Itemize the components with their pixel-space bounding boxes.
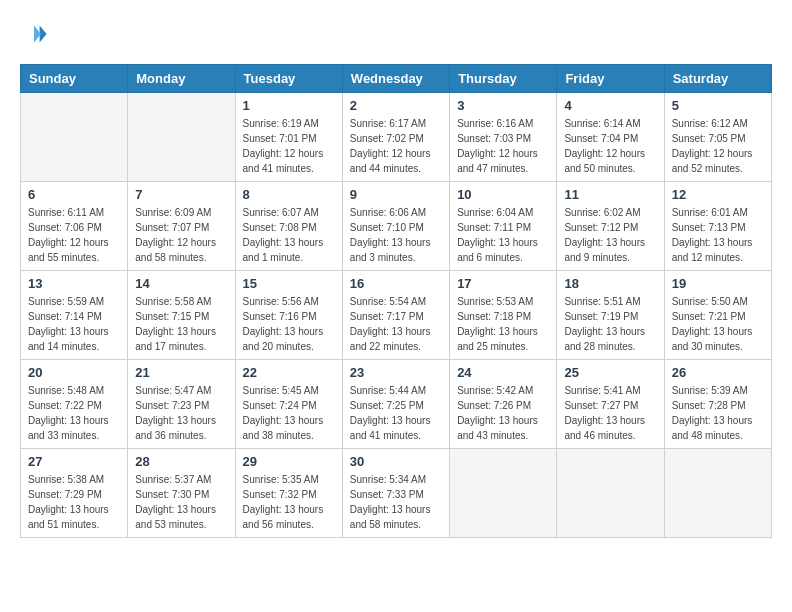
calendar-week-1: 1Sunrise: 6:19 AM Sunset: 7:01 PM Daylig… — [21, 93, 772, 182]
day-info: Sunrise: 6:01 AM Sunset: 7:13 PM Dayligh… — [672, 205, 764, 265]
calendar-cell-week2-day6: 11Sunrise: 6:02 AM Sunset: 7:12 PM Dayli… — [557, 182, 664, 271]
day-number: 23 — [350, 365, 442, 380]
calendar-cell-week1-day5: 3Sunrise: 6:16 AM Sunset: 7:03 PM Daylig… — [450, 93, 557, 182]
day-number: 16 — [350, 276, 442, 291]
day-info: Sunrise: 5:51 AM Sunset: 7:19 PM Dayligh… — [564, 294, 656, 354]
day-number: 11 — [564, 187, 656, 202]
day-info: Sunrise: 6:07 AM Sunset: 7:08 PM Dayligh… — [243, 205, 335, 265]
calendar-cell-week2-day7: 12Sunrise: 6:01 AM Sunset: 7:13 PM Dayli… — [664, 182, 771, 271]
calendar-week-3: 13Sunrise: 5:59 AM Sunset: 7:14 PM Dayli… — [21, 271, 772, 360]
day-info: Sunrise: 5:41 AM Sunset: 7:27 PM Dayligh… — [564, 383, 656, 443]
calendar-cell-week5-day6 — [557, 449, 664, 538]
day-number: 25 — [564, 365, 656, 380]
calendar-header-row: SundayMondayTuesdayWednesdayThursdayFrid… — [21, 65, 772, 93]
calendar-cell-week5-day4: 30Sunrise: 5:34 AM Sunset: 7:33 PM Dayli… — [342, 449, 449, 538]
calendar-cell-week4-day1: 20Sunrise: 5:48 AM Sunset: 7:22 PM Dayli… — [21, 360, 128, 449]
day-info: Sunrise: 5:39 AM Sunset: 7:28 PM Dayligh… — [672, 383, 764, 443]
calendar-cell-week1-day4: 2Sunrise: 6:17 AM Sunset: 7:02 PM Daylig… — [342, 93, 449, 182]
day-number: 28 — [135, 454, 227, 469]
day-info: Sunrise: 5:48 AM Sunset: 7:22 PM Dayligh… — [28, 383, 120, 443]
calendar-cell-week3-day4: 16Sunrise: 5:54 AM Sunset: 7:17 PM Dayli… — [342, 271, 449, 360]
calendar-cell-week1-day2 — [128, 93, 235, 182]
day-info: Sunrise: 5:47 AM Sunset: 7:23 PM Dayligh… — [135, 383, 227, 443]
day-info: Sunrise: 5:42 AM Sunset: 7:26 PM Dayligh… — [457, 383, 549, 443]
day-number: 21 — [135, 365, 227, 380]
day-info: Sunrise: 5:53 AM Sunset: 7:18 PM Dayligh… — [457, 294, 549, 354]
calendar-cell-week4-day7: 26Sunrise: 5:39 AM Sunset: 7:28 PM Dayli… — [664, 360, 771, 449]
calendar-cell-week3-day3: 15Sunrise: 5:56 AM Sunset: 7:16 PM Dayli… — [235, 271, 342, 360]
day-number: 7 — [135, 187, 227, 202]
calendar-cell-week3-day5: 17Sunrise: 5:53 AM Sunset: 7:18 PM Dayli… — [450, 271, 557, 360]
calendar-header-wednesday: Wednesday — [342, 65, 449, 93]
day-number: 10 — [457, 187, 549, 202]
day-info: Sunrise: 6:02 AM Sunset: 7:12 PM Dayligh… — [564, 205, 656, 265]
calendar-cell-week3-day2: 14Sunrise: 5:58 AM Sunset: 7:15 PM Dayli… — [128, 271, 235, 360]
calendar-week-2: 6Sunrise: 6:11 AM Sunset: 7:06 PM Daylig… — [21, 182, 772, 271]
day-info: Sunrise: 5:34 AM Sunset: 7:33 PM Dayligh… — [350, 472, 442, 532]
day-number: 3 — [457, 98, 549, 113]
calendar-cell-week4-day2: 21Sunrise: 5:47 AM Sunset: 7:23 PM Dayli… — [128, 360, 235, 449]
calendar: SundayMondayTuesdayWednesdayThursdayFrid… — [20, 64, 772, 538]
day-info: Sunrise: 6:09 AM Sunset: 7:07 PM Dayligh… — [135, 205, 227, 265]
day-info: Sunrise: 5:54 AM Sunset: 7:17 PM Dayligh… — [350, 294, 442, 354]
calendar-header-tuesday: Tuesday — [235, 65, 342, 93]
calendar-header-friday: Friday — [557, 65, 664, 93]
day-info: Sunrise: 6:17 AM Sunset: 7:02 PM Dayligh… — [350, 116, 442, 176]
day-number: 9 — [350, 187, 442, 202]
logo-icon — [20, 20, 48, 48]
day-info: Sunrise: 6:04 AM Sunset: 7:11 PM Dayligh… — [457, 205, 549, 265]
calendar-cell-week2-day1: 6Sunrise: 6:11 AM Sunset: 7:06 PM Daylig… — [21, 182, 128, 271]
day-info: Sunrise: 5:45 AM Sunset: 7:24 PM Dayligh… — [243, 383, 335, 443]
calendar-header-saturday: Saturday — [664, 65, 771, 93]
day-info: Sunrise: 5:37 AM Sunset: 7:30 PM Dayligh… — [135, 472, 227, 532]
day-info: Sunrise: 5:50 AM Sunset: 7:21 PM Dayligh… — [672, 294, 764, 354]
day-number: 12 — [672, 187, 764, 202]
day-number: 29 — [243, 454, 335, 469]
calendar-cell-week5-day7 — [664, 449, 771, 538]
day-number: 30 — [350, 454, 442, 469]
day-number: 13 — [28, 276, 120, 291]
calendar-cell-week5-day2: 28Sunrise: 5:37 AM Sunset: 7:30 PM Dayli… — [128, 449, 235, 538]
calendar-cell-week3-day6: 18Sunrise: 5:51 AM Sunset: 7:19 PM Dayli… — [557, 271, 664, 360]
day-number: 20 — [28, 365, 120, 380]
calendar-cell-week5-day3: 29Sunrise: 5:35 AM Sunset: 7:32 PM Dayli… — [235, 449, 342, 538]
day-number: 5 — [672, 98, 764, 113]
calendar-cell-week1-day1 — [21, 93, 128, 182]
calendar-cell-week4-day3: 22Sunrise: 5:45 AM Sunset: 7:24 PM Dayli… — [235, 360, 342, 449]
day-number: 26 — [672, 365, 764, 380]
day-info: Sunrise: 5:56 AM Sunset: 7:16 PM Dayligh… — [243, 294, 335, 354]
day-info: Sunrise: 5:35 AM Sunset: 7:32 PM Dayligh… — [243, 472, 335, 532]
day-info: Sunrise: 5:59 AM Sunset: 7:14 PM Dayligh… — [28, 294, 120, 354]
calendar-cell-week2-day5: 10Sunrise: 6:04 AM Sunset: 7:11 PM Dayli… — [450, 182, 557, 271]
day-number: 18 — [564, 276, 656, 291]
calendar-cell-week4-day4: 23Sunrise: 5:44 AM Sunset: 7:25 PM Dayli… — [342, 360, 449, 449]
day-number: 27 — [28, 454, 120, 469]
calendar-week-4: 20Sunrise: 5:48 AM Sunset: 7:22 PM Dayli… — [21, 360, 772, 449]
day-number: 2 — [350, 98, 442, 113]
day-number: 14 — [135, 276, 227, 291]
calendar-cell-week1-day3: 1Sunrise: 6:19 AM Sunset: 7:01 PM Daylig… — [235, 93, 342, 182]
calendar-cell-week5-day5 — [450, 449, 557, 538]
day-info: Sunrise: 5:44 AM Sunset: 7:25 PM Dayligh… — [350, 383, 442, 443]
calendar-cell-week3-day7: 19Sunrise: 5:50 AM Sunset: 7:21 PM Dayli… — [664, 271, 771, 360]
calendar-cell-week1-day6: 4Sunrise: 6:14 AM Sunset: 7:04 PM Daylig… — [557, 93, 664, 182]
day-number: 19 — [672, 276, 764, 291]
calendar-header-sunday: Sunday — [21, 65, 128, 93]
day-number: 22 — [243, 365, 335, 380]
calendar-cell-week2-day3: 8Sunrise: 6:07 AM Sunset: 7:08 PM Daylig… — [235, 182, 342, 271]
day-number: 17 — [457, 276, 549, 291]
day-number: 1 — [243, 98, 335, 113]
day-number: 6 — [28, 187, 120, 202]
calendar-cell-week5-day1: 27Sunrise: 5:38 AM Sunset: 7:29 PM Dayli… — [21, 449, 128, 538]
day-number: 24 — [457, 365, 549, 380]
calendar-header-thursday: Thursday — [450, 65, 557, 93]
calendar-header-monday: Monday — [128, 65, 235, 93]
day-info: Sunrise: 5:58 AM Sunset: 7:15 PM Dayligh… — [135, 294, 227, 354]
day-info: Sunrise: 6:14 AM Sunset: 7:04 PM Dayligh… — [564, 116, 656, 176]
day-number: 15 — [243, 276, 335, 291]
day-info: Sunrise: 6:16 AM Sunset: 7:03 PM Dayligh… — [457, 116, 549, 176]
page-header — [20, 20, 772, 48]
calendar-cell-week2-day2: 7Sunrise: 6:09 AM Sunset: 7:07 PM Daylig… — [128, 182, 235, 271]
day-info: Sunrise: 6:11 AM Sunset: 7:06 PM Dayligh… — [28, 205, 120, 265]
day-info: Sunrise: 6:19 AM Sunset: 7:01 PM Dayligh… — [243, 116, 335, 176]
